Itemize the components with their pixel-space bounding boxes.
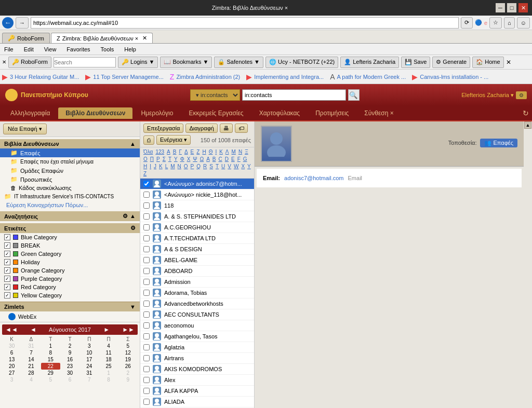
contact-list-item[interactable]: ADBOARD	[140, 266, 254, 277]
alpha-button[interactable]: Δ	[183, 148, 189, 155]
email-value[interactable]: adonisc7@hotmail.com	[284, 175, 344, 181]
alpha-button[interactable]: Π	[149, 156, 155, 162]
alpha-button[interactable]: K	[158, 163, 164, 170]
contact-list-item[interactable]: Airtrans	[140, 353, 254, 364]
cal-day[interactable]: 31	[79, 370, 99, 376]
save-button[interactable]: 💾 Save	[401, 57, 430, 68]
alpha-button[interactable]: Η	[201, 148, 207, 155]
cal-day[interactable]: 4	[99, 343, 118, 349]
toolbar-close-icon[interactable]: ✕	[506, 59, 511, 66]
alpha-button[interactable]: Κ	[218, 148, 224, 155]
cal-day[interactable]: 1	[99, 370, 118, 376]
alpha-button[interactable]: T	[215, 163, 220, 170]
alpha-button[interactable]: N	[177, 163, 182, 170]
alpha-button[interactable]: Ε	[190, 148, 195, 155]
options-button[interactable]: ⚙	[516, 91, 527, 99]
detail-scrollbar[interactable]: ▲ ▼	[524, 121, 532, 408]
sidebar-item-contacts[interactable]: 📁 Επαφές	[0, 148, 140, 157]
cal-day[interactable]: 4	[21, 376, 41, 383]
alpha-button[interactable]: Λ	[224, 148, 230, 155]
nav-tab-prefs[interactable]: Προτιμήσεις	[308, 107, 356, 119]
contact-checkbox[interactable]	[143, 192, 150, 198]
menu-edit[interactable]: Edit	[22, 45, 36, 53]
cal-day[interactable]: 3	[2, 376, 21, 383]
alpha-button[interactable]: F	[236, 156, 242, 162]
label-checkbox-break[interactable]: ✓	[4, 242, 10, 249]
alpha-button[interactable]: G	[242, 156, 248, 162]
bookmark-1[interactable]: 3 Hour Relaxing Guitar M...	[10, 74, 79, 80]
alpha-button[interactable]: Β	[172, 148, 178, 155]
webex-item[interactable]: WebEx	[0, 311, 140, 322]
alpha-button[interactable]: H	[142, 163, 148, 170]
contact-list-item[interactable]: Alex	[140, 375, 254, 386]
bookmark-5[interactable]: A path for Modern Greek ...	[337, 74, 406, 80]
alpha-button[interactable]: L	[164, 163, 169, 170]
cal-day[interactable]: 10	[79, 349, 99, 356]
labels-header[interactable]: Ετικέτες ⚙	[0, 223, 140, 233]
cal-day[interactable]: 28	[21, 370, 41, 376]
scroll-up-button[interactable]: ▲	[524, 121, 531, 129]
cal-day[interactable]: 6	[2, 349, 21, 356]
browser-tab-roboform[interactable]: 🔑 RoboForm	[2, 33, 50, 43]
roboform-search-input[interactable]	[54, 57, 116, 67]
home-button[interactable]: ⌂	[504, 17, 515, 29]
menu-help[interactable]: Help	[122, 45, 138, 53]
contact-checkbox[interactable]	[143, 399, 150, 405]
nav-tab-tasks[interactable]: Εκκρεμείς Εργασίες	[181, 107, 250, 119]
alpha-button[interactable]: 123	[154, 148, 165, 155]
delete-button[interactable]: Διαγραφή	[185, 124, 218, 133]
alpha-button[interactable]: R	[202, 163, 208, 170]
cal-day[interactable]: 20	[2, 363, 21, 370]
alpha-button[interactable]: Υ	[173, 156, 179, 162]
alpha-button[interactable]: A	[205, 156, 211, 162]
cal-day[interactable]: 21	[21, 363, 41, 370]
cal-day[interactable]: 1	[41, 343, 60, 349]
nav-refresh-button[interactable]: ↻	[523, 109, 529, 117]
sidebar-item-itis[interactable]: 📁 IT Infrastructure Service's ITIS-CONTA…	[0, 192, 140, 201]
alpha-button[interactable]: D	[224, 156, 230, 162]
contact-checkbox[interactable]	[143, 366, 150, 372]
label-holiday[interactable]: ✓ Holiday	[0, 258, 140, 266]
alpha-button[interactable]: Α	[166, 148, 171, 155]
label-checkbox-green[interactable]: ✓	[4, 251, 10, 257]
bookmark-6[interactable]: Canvas-lms installation - ...	[420, 74, 488, 80]
contact-checkbox[interactable]	[143, 388, 150, 394]
alpha-button[interactable]: Ρ	[155, 156, 161, 162]
alpha-button[interactable]: P	[190, 163, 195, 170]
alpha-button[interactable]: Z	[142, 170, 148, 177]
maximize-button[interactable]: □	[507, 3, 516, 12]
cal-day[interactable]: 19	[118, 356, 138, 363]
tag-button[interactable]: 🏷	[235, 124, 248, 133]
alpha-button[interactable]: E	[230, 156, 236, 162]
cal-day[interactable]: 11	[99, 349, 118, 356]
alpha-button[interactable]: I	[149, 163, 152, 170]
contact-list-item[interactable]: A.C.GEORGHIOU	[140, 222, 254, 233]
cal-day[interactable]: 26	[118, 363, 138, 370]
nav-tab-portfolio[interactable]: Χαρτοφύλακας	[252, 107, 308, 119]
sidebar-item-sent-contacts[interactable]: 📁 Επαφές που έχει σταλεί μήνυμα	[0, 157, 140, 166]
alpha-button[interactable]: Ω	[199, 156, 205, 162]
cal-day[interactable]: 3	[79, 343, 99, 349]
menu-favorites[interactable]: Favorites	[64, 45, 92, 53]
alpha-button[interactable]: Γ	[178, 148, 183, 155]
contact-checkbox[interactable]	[143, 181, 150, 187]
lefteris-button[interactable]: 👤 Lefteris Zacharia	[340, 57, 399, 68]
zimbra-search-button[interactable]: 🔍	[348, 89, 360, 101]
cal-day[interactable]: 14	[21, 356, 41, 363]
contact-list-item[interactable]: A & S DESIGN	[140, 244, 254, 255]
label-checkbox-red[interactable]: ✓	[4, 284, 10, 290]
label-checkbox-orange[interactable]: ✓	[4, 267, 10, 274]
cal-day[interactable]: 25	[99, 363, 118, 370]
refresh-button[interactable]: ⟳	[461, 17, 473, 29]
cal-day[interactable]: 5	[41, 376, 60, 383]
edit-button[interactable]: Επεξεργασία	[143, 124, 183, 133]
cal-day[interactable]: 16	[60, 356, 79, 363]
nav-tab-mail[interactable]: Αλληλογραφία	[3, 107, 57, 119]
cal-day[interactable]: 12	[118, 349, 138, 356]
cal-day[interactable]: 30	[60, 370, 79, 376]
cal-day[interactable]: 7	[21, 349, 41, 356]
alpha-button[interactable]: W	[233, 163, 240, 170]
cal-fwd-fast-button[interactable]: ►►	[122, 326, 135, 333]
label-purple-category[interactable]: ✓ Purple Category	[0, 275, 140, 283]
label-checkbox[interactable]: ✓	[4, 234, 10, 240]
